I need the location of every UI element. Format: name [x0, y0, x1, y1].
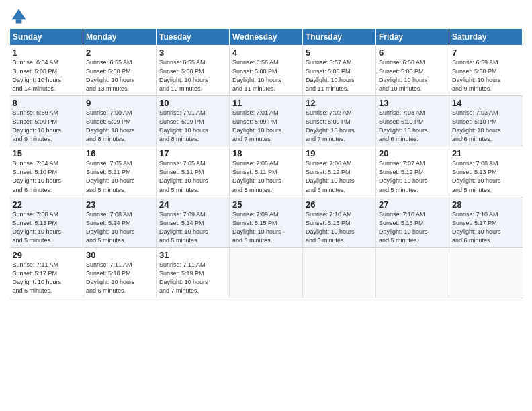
- day-number: 7: [452, 48, 520, 58]
- day-number: 23: [86, 199, 153, 210]
- day-number: 15: [13, 148, 81, 158]
- day-number: 31: [159, 250, 226, 260]
- cell-info: Sunrise: 7:03 AMSunset: 5:10 PMDaylight:…: [379, 109, 446, 144]
- calendar-cell: 11Sunrise: 7:01 AMSunset: 5:09 PMDayligh…: [230, 96, 303, 146]
- calendar-cell: 22Sunrise: 7:08 AMSunset: 5:13 PMDayligh…: [10, 197, 83, 247]
- calendar-week-2: 8Sunrise: 6:59 AMSunset: 5:09 PMDaylight…: [10, 96, 523, 146]
- calendar-cell: 8Sunrise: 6:59 AMSunset: 5:09 PMDaylight…: [10, 96, 83, 146]
- day-number: 27: [379, 199, 446, 210]
- day-number: 30: [86, 250, 153, 260]
- cell-info: Sunrise: 7:11 AMSunset: 5:18 PMDaylight:…: [86, 261, 153, 295]
- col-header-tuesday: Tuesday: [157, 29, 230, 46]
- day-number: 14: [452, 98, 520, 108]
- day-number: 21: [452, 148, 520, 158]
- calendar-table: SundayMondayTuesdayWednesdayThursdayFrid…: [9, 28, 523, 298]
- calendar-cell: 28Sunrise: 7:10 AMSunset: 5:17 PMDayligh…: [449, 197, 523, 247]
- calendar-cell: 23Sunrise: 7:08 AMSunset: 5:14 PMDayligh…: [83, 197, 157, 247]
- day-number: 20: [379, 148, 446, 158]
- calendar-cell: 7Sunrise: 6:59 AMSunset: 5:08 PMDaylight…: [449, 46, 523, 96]
- cell-info: Sunrise: 7:09 AMSunset: 5:15 PMDaylight:…: [232, 210, 300, 245]
- cell-info: Sunrise: 7:07 AMSunset: 5:12 PMDaylight:…: [379, 159, 446, 194]
- calendar-cell: [376, 247, 449, 298]
- cell-info: Sunrise: 6:59 AMSunset: 5:08 PMDaylight:…: [452, 58, 520, 93]
- calendar-cell: 27Sunrise: 7:10 AMSunset: 5:16 PMDayligh…: [376, 197, 449, 247]
- calendar-week-3: 15Sunrise: 7:04 AMSunset: 5:10 PMDayligh…: [10, 146, 523, 197]
- day-number: 28: [452, 199, 520, 210]
- cell-info: Sunrise: 6:55 AMSunset: 5:08 PMDaylight:…: [159, 58, 226, 93]
- cell-info: Sunrise: 7:01 AMSunset: 5:09 PMDaylight:…: [232, 109, 300, 144]
- calendar-cell: 20Sunrise: 7:07 AMSunset: 5:12 PMDayligh…: [376, 146, 449, 197]
- cell-info: Sunrise: 6:55 AMSunset: 5:08 PMDaylight:…: [86, 58, 153, 93]
- col-header-monday: Monday: [83, 29, 157, 46]
- cell-info: Sunrise: 7:05 AMSunset: 5:11 PMDaylight:…: [86, 159, 153, 194]
- day-number: 19: [306, 148, 373, 158]
- col-header-saturday: Saturday: [449, 29, 523, 46]
- day-number: 17: [159, 148, 226, 158]
- cell-info: Sunrise: 7:05 AMSunset: 5:11 PMDaylight:…: [159, 159, 226, 194]
- logo-icon: [9, 7, 28, 26]
- cell-info: Sunrise: 7:08 AMSunset: 5:13 PMDaylight:…: [13, 210, 81, 245]
- col-header-thursday: Thursday: [303, 29, 376, 46]
- cell-info: Sunrise: 6:56 AMSunset: 5:08 PMDaylight:…: [232, 58, 300, 93]
- day-number: 3: [159, 48, 226, 58]
- cell-info: Sunrise: 7:11 AMSunset: 5:19 PMDaylight:…: [159, 261, 226, 295]
- cell-info: Sunrise: 7:10 AMSunset: 5:17 PMDaylight:…: [452, 210, 520, 245]
- calendar-cell: 15Sunrise: 7:04 AMSunset: 5:10 PMDayligh…: [10, 146, 83, 197]
- calendar-cell: 3Sunrise: 6:55 AMSunset: 5:08 PMDaylight…: [157, 46, 230, 96]
- calendar-cell: 30Sunrise: 7:11 AMSunset: 5:18 PMDayligh…: [83, 247, 157, 298]
- calendar-week-4: 22Sunrise: 7:08 AMSunset: 5:13 PMDayligh…: [10, 197, 523, 247]
- calendar-cell: 5Sunrise: 6:57 AMSunset: 5:08 PMDaylight…: [303, 46, 376, 96]
- calendar-header-row: SundayMondayTuesdayWednesdayThursdayFrid…: [10, 29, 523, 46]
- svg-rect-2: [16, 19, 22, 23]
- calendar-cell: [303, 247, 376, 298]
- day-number: 25: [232, 199, 300, 210]
- header: [9, 7, 523, 26]
- col-header-sunday: Sunday: [10, 29, 83, 46]
- calendar-cell: 25Sunrise: 7:09 AMSunset: 5:15 PMDayligh…: [230, 197, 303, 247]
- logo: [9, 7, 31, 26]
- cell-info: Sunrise: 7:10 AMSunset: 5:15 PMDaylight:…: [306, 210, 373, 245]
- calendar-cell: 31Sunrise: 7:11 AMSunset: 5:19 PMDayligh…: [157, 247, 230, 298]
- cell-info: Sunrise: 7:04 AMSunset: 5:10 PMDaylight:…: [13, 159, 81, 194]
- day-number: 26: [306, 199, 373, 210]
- calendar-cell: 6Sunrise: 6:58 AMSunset: 5:08 PMDaylight…: [376, 46, 449, 96]
- day-number: 12: [306, 98, 373, 108]
- calendar-cell: 17Sunrise: 7:05 AMSunset: 5:11 PMDayligh…: [157, 146, 230, 197]
- calendar-week-5: 29Sunrise: 7:11 AMSunset: 5:17 PMDayligh…: [10, 247, 523, 298]
- day-number: 1: [13, 48, 81, 58]
- cell-info: Sunrise: 7:08 AMSunset: 5:13 PMDaylight:…: [452, 159, 520, 194]
- cell-info: Sunrise: 7:01 AMSunset: 5:09 PMDaylight:…: [159, 109, 226, 144]
- calendar-cell: 26Sunrise: 7:10 AMSunset: 5:15 PMDayligh…: [303, 197, 376, 247]
- calendar-cell: 19Sunrise: 7:06 AMSunset: 5:12 PMDayligh…: [303, 146, 376, 197]
- col-header-friday: Friday: [376, 29, 449, 46]
- day-number: 2: [86, 48, 153, 58]
- svg-marker-1: [12, 9, 26, 20]
- day-number: 18: [232, 148, 300, 158]
- cell-info: Sunrise: 7:06 AMSunset: 5:12 PMDaylight:…: [306, 159, 373, 194]
- calendar-cell: 1Sunrise: 6:54 AMSunset: 5:08 PMDaylight…: [10, 46, 83, 96]
- cell-info: Sunrise: 7:09 AMSunset: 5:14 PMDaylight:…: [159, 210, 226, 245]
- cell-info: Sunrise: 6:58 AMSunset: 5:08 PMDaylight:…: [379, 58, 446, 93]
- cell-info: Sunrise: 7:10 AMSunset: 5:16 PMDaylight:…: [379, 210, 446, 245]
- day-number: 4: [232, 48, 300, 58]
- calendar-cell: 21Sunrise: 7:08 AMSunset: 5:13 PMDayligh…: [449, 146, 523, 197]
- calendar-cell: 9Sunrise: 7:00 AMSunset: 5:09 PMDaylight…: [83, 96, 157, 146]
- calendar-cell: 10Sunrise: 7:01 AMSunset: 5:09 PMDayligh…: [157, 96, 230, 146]
- cell-info: Sunrise: 6:57 AMSunset: 5:08 PMDaylight:…: [306, 58, 373, 93]
- page-container: SundayMondayTuesdayWednesdayThursdayFrid…: [0, 0, 532, 302]
- calendar-cell: 29Sunrise: 7:11 AMSunset: 5:17 PMDayligh…: [10, 247, 83, 298]
- day-number: 8: [13, 98, 81, 108]
- cell-info: Sunrise: 7:03 AMSunset: 5:10 PMDaylight:…: [452, 109, 520, 144]
- calendar-cell: [449, 247, 523, 298]
- day-number: 29: [13, 250, 81, 260]
- calendar-week-1: 1Sunrise: 6:54 AMSunset: 5:08 PMDaylight…: [10, 46, 523, 96]
- day-number: 5: [306, 48, 373, 58]
- cell-info: Sunrise: 7:08 AMSunset: 5:14 PMDaylight:…: [86, 210, 153, 245]
- calendar-cell: 14Sunrise: 7:03 AMSunset: 5:10 PMDayligh…: [449, 96, 523, 146]
- day-number: 11: [232, 98, 300, 108]
- day-number: 10: [159, 98, 226, 108]
- cell-info: Sunrise: 7:06 AMSunset: 5:11 PMDaylight:…: [232, 159, 300, 194]
- cell-info: Sunrise: 7:11 AMSunset: 5:17 PMDaylight:…: [13, 261, 81, 295]
- day-number: 6: [379, 48, 446, 58]
- calendar-cell: 13Sunrise: 7:03 AMSunset: 5:10 PMDayligh…: [376, 96, 449, 146]
